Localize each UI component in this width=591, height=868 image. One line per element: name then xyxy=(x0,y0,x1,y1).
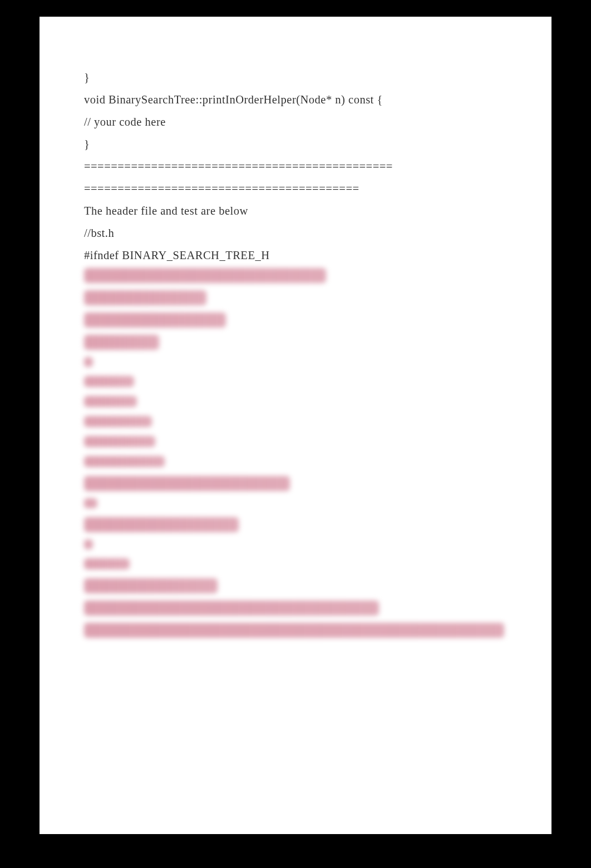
code-line: #ifndef BINARY_SEARCH_TREE_H xyxy=(84,245,507,267)
blurred-line xyxy=(84,396,137,407)
blurred-line xyxy=(84,436,155,447)
blurred-line xyxy=(84,456,165,467)
blurred-line xyxy=(84,268,326,283)
code-line: } xyxy=(84,133,507,156)
blurred-line xyxy=(84,290,206,305)
blurred-line xyxy=(84,313,226,328)
blurred-line xyxy=(84,517,239,532)
blurred-line xyxy=(84,357,93,367)
code-line: void BinarySearchTree::printInOrderHelpe… xyxy=(84,89,507,111)
blurred-line xyxy=(84,623,504,638)
blurred-line xyxy=(84,476,290,491)
blurred-line xyxy=(84,558,130,569)
code-line: ========================================… xyxy=(84,156,507,178)
blurred-line xyxy=(84,416,152,427)
blurred-content xyxy=(84,268,507,638)
document-page: } void BinarySearchTree::printInOrderHel… xyxy=(40,17,551,834)
blurred-line xyxy=(84,335,159,350)
code-line: The header file and test are below xyxy=(84,200,507,222)
blurred-line xyxy=(84,498,97,508)
blurred-line xyxy=(84,578,218,593)
code-line: // your code here xyxy=(84,111,507,133)
blurred-line xyxy=(84,539,93,549)
code-content: } void BinarySearchTree::printInOrderHel… xyxy=(84,67,507,267)
blurred-line xyxy=(84,601,379,616)
code-line: ========================================… xyxy=(84,178,507,200)
code-line: //bst.h xyxy=(84,222,507,245)
code-line: } xyxy=(84,67,507,89)
blurred-line xyxy=(84,376,134,387)
